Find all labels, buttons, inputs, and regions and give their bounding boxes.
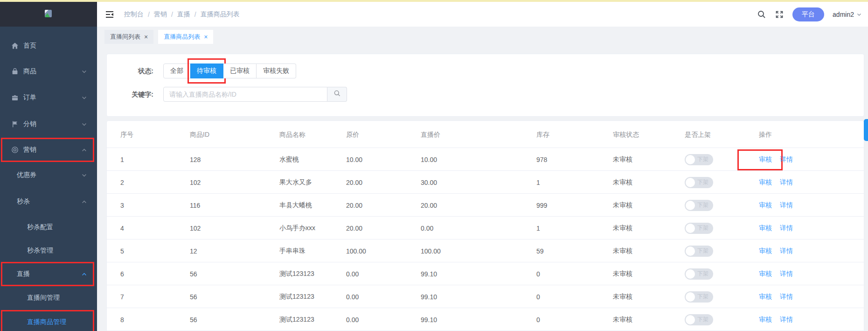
audit-link[interactable]: 审核: [759, 247, 772, 255]
table-cell: 56: [190, 262, 197, 285]
table-cell: 99.10: [421, 308, 437, 331]
on-shelf-toggle[interactable]: 下架: [685, 246, 713, 257]
user-menu[interactable]: admin2: [833, 11, 861, 18]
sidebar-item-home[interactable]: 首页: [0, 35, 97, 56]
table-cell: 128: [190, 148, 201, 171]
audit-link[interactable]: 审核: [759, 270, 772, 278]
keyword-search-button[interactable]: [327, 87, 347, 102]
chevron-up-icon: [82, 148, 87, 153]
sidebar-item-seckill[interactable]: 秒杀: [0, 191, 97, 212]
sidebar-item-seckill-manage[interactable]: 秒杀管理: [0, 240, 97, 261]
audit-link[interactable]: 审核: [759, 316, 772, 324]
sidebar-item-orders[interactable]: 订单: [0, 87, 97, 108]
sidebar-collapse-icon[interactable]: [104, 9, 115, 20]
table-row: 512手串串珠100.00100.0059未审核下架审核详情: [107, 239, 864, 262]
breadcrumb-item[interactable]: 控制台: [124, 10, 144, 19]
table-cell: 20.00: [346, 194, 362, 217]
status-option-all[interactable]: 全部: [163, 63, 190, 78]
audit-link[interactable]: 审核: [759, 224, 772, 232]
table-cell: 2: [120, 171, 124, 194]
table-cell: 4: [120, 217, 124, 239]
keyword-input[interactable]: [163, 87, 327, 102]
table-cell: 100.00: [421, 239, 441, 262]
column-header: 操作: [759, 131, 772, 139]
on-shelf-toggle[interactable]: 下架: [685, 223, 713, 234]
table-cell: 果大水又多: [279, 171, 312, 194]
table-cell: 59: [536, 239, 544, 262]
table-cell: 102: [190, 217, 201, 239]
sidebar-item-live-room-manage[interactable]: 直播间管理: [0, 287, 97, 309]
on-shelf-toggle[interactable]: 下架: [685, 314, 713, 325]
table-cell: 手串串珠: [279, 239, 306, 262]
on-shelf-toggle[interactable]: 下架: [685, 268, 713, 280]
table-row: 4102小鸟手办xxx20.000.001未审核下架审核详情: [107, 217, 864, 239]
sidebar-item-coupon[interactable]: 优惠券: [0, 164, 97, 186]
column-header: 直播价: [421, 131, 440, 139]
sidebar-item-label: 优惠券: [17, 171, 36, 179]
table-cell: 102: [190, 171, 201, 194]
detail-link[interactable]: 详情: [780, 224, 793, 232]
on-shelf-toggle[interactable]: 下架: [685, 177, 713, 188]
on-shelf-toggle[interactable]: 下架: [685, 154, 713, 165]
table-cell: 下架: [685, 262, 713, 285]
audit-link[interactable]: 审核: [759, 155, 772, 164]
tabs-bar: 直播间列表×直播商品列表×: [97, 27, 868, 47]
app-window: 首页商品订单分销营销优惠券秒杀秒杀配置秒杀管理直播直播间管理直播商品管理 控制台…: [0, 0, 868, 331]
tab-live-goods-list[interactable]: 直播商品列表×: [158, 30, 213, 44]
toggle-label: 下架: [697, 291, 708, 303]
toggle-label: 下架: [697, 177, 708, 188]
breadcrumb-item: 直播商品列表: [201, 10, 240, 19]
toggle-label: 下架: [697, 154, 708, 165]
search-icon[interactable]: [757, 10, 766, 19]
table-row: 756测试1231230.0099.100未审核下架审核详情: [107, 285, 864, 308]
status-option-audit-failed[interactable]: 审核失败: [257, 63, 296, 78]
chevron-up-icon: [82, 199, 87, 204]
tab-live-room-list[interactable]: 直播间列表×: [104, 30, 153, 44]
table-cell-actions: 审核详情: [759, 262, 793, 285]
detail-link[interactable]: 详情: [780, 316, 793, 324]
main-content: 状态: 全部待审核已审核审核失败 关键字: 序号商品ID商品名称原价直播价库存审…: [97, 47, 868, 331]
detail-link[interactable]: 详情: [780, 247, 793, 255]
sidebar-item-marketing[interactable]: 营销: [0, 139, 97, 161]
detail-link[interactable]: 详情: [780, 155, 793, 164]
keyword-label: 关键字:: [107, 91, 153, 99]
breadcrumb-item[interactable]: 直播: [177, 10, 190, 19]
breadcrumb: 控制台/营销/直播/直播商品列表: [124, 2, 244, 27]
breadcrumb-item[interactable]: 营销: [154, 10, 167, 19]
on-shelf-toggle[interactable]: 下架: [685, 291, 713, 303]
sidebar-item-goods[interactable]: 商品: [0, 61, 97, 82]
platform-button[interactable]: 平台: [792, 7, 824, 21]
table-cell: 978: [536, 148, 547, 171]
sidebar-item-live-goods-manage[interactable]: 直播商品管理: [0, 311, 97, 331]
close-icon[interactable]: ×: [144, 34, 148, 40]
tab-label: 直播商品列表: [164, 33, 200, 41]
chevron-down-icon: [82, 122, 87, 127]
sidebar-item-distribution[interactable]: 分销: [0, 113, 97, 135]
sidebar-item-seckill-config[interactable]: 秒杀配置: [0, 217, 97, 238]
detail-link[interactable]: 详情: [780, 293, 793, 301]
detail-link[interactable]: 详情: [780, 201, 793, 210]
column-header: 审核状态: [613, 131, 639, 139]
audit-link[interactable]: 审核: [759, 293, 772, 301]
detail-link[interactable]: 详情: [780, 178, 793, 187]
detail-link[interactable]: 详情: [780, 270, 793, 278]
audit-link[interactable]: 审核: [759, 178, 772, 187]
audit-link[interactable]: 审核: [759, 201, 772, 210]
status-option-audited[interactable]: 已审核: [223, 63, 257, 78]
table-cell-actions: 审核详情: [759, 148, 793, 171]
table-row: 656测试1231230.0099.100未审核下架审核详情: [107, 262, 864, 285]
table-cell: 测试123123: [279, 308, 314, 331]
table-cell: 20.00: [421, 194, 437, 217]
close-icon[interactable]: ×: [204, 34, 208, 40]
sidebar-item-live[interactable]: 直播: [0, 263, 97, 285]
fullscreen-icon[interactable]: [775, 10, 784, 19]
on-shelf-toggle[interactable]: 下架: [685, 200, 713, 211]
sidebar-item-label: 直播: [17, 270, 30, 278]
sidebar: 首页商品订单分销营销优惠券秒杀秒杀配置秒杀管理直播直播间管理直播商品管理: [0, 2, 97, 331]
username-label: admin2: [833, 11, 854, 18]
table-cell-actions: 审核详情: [759, 308, 793, 331]
status-option-pending-audit[interactable]: 待审核: [190, 63, 223, 78]
table-cell: 下架: [685, 148, 713, 171]
table-cell: 下架: [685, 308, 713, 331]
scrollbar-thumb[interactable]: [864, 119, 868, 141]
